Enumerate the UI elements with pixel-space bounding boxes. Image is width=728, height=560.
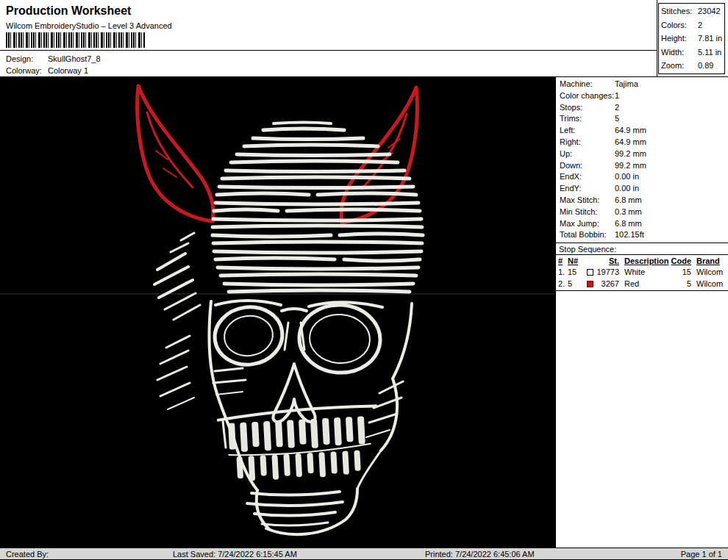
skull-dome-stitches	[213, 123, 423, 292]
machine-info-row: Min Stitch:0.3 mm	[556, 207, 728, 218]
colorway-value: Colorway 1	[48, 66, 88, 75]
left-eye-socket	[211, 303, 286, 369]
design-info: Design:SkullGhost7_8 Colorway:Colorway 1	[0, 50, 657, 76]
info-label: Max Stitch:	[556, 195, 615, 207]
info-value: 0.3 mm	[615, 207, 642, 216]
stat-label: Width:	[661, 46, 698, 60]
stat-value: 23042	[698, 7, 721, 15]
stat-label: Zoom:	[661, 59, 698, 73]
last-saved: Last Saved: 7/24/2022 6:15:45 AM	[173, 549, 297, 559]
row-description: White	[619, 267, 665, 279]
design-value: SkullGhost7_8	[48, 54, 101, 63]
machine-info-row: Down:99.2 mm	[556, 160, 728, 172]
info-label: Stops:	[556, 102, 615, 114]
stat-value: 7.81 in	[698, 34, 722, 43]
production-worksheet-page: Production Worksheet Wilcom EmbroiderySt…	[0, 0, 728, 560]
column-header-code: Code	[665, 255, 691, 267]
machine-info-row: Stops:2	[556, 102, 728, 114]
info-value: 64.9 mm	[615, 126, 646, 134]
design-label: Design:	[6, 53, 48, 65]
machine-info-row: Max Stitch:6.8 mm	[556, 195, 728, 207]
column-header-st: St.	[587, 255, 619, 267]
machine-info-row: Total Bobbin:102.15ft	[556, 229, 728, 241]
info-label: Color changes:	[556, 90, 615, 102]
right-eye-socket	[297, 302, 382, 375]
column-header-num: #	[556, 255, 568, 267]
machine-info-row: Machine:Tajima	[556, 79, 728, 90]
machine-info-row: Color changes:1	[556, 90, 728, 102]
page-title: Production Worksheet	[6, 4, 131, 18]
info-label: EndX:	[556, 171, 615, 183]
stat-row: Width:5.11 in	[661, 46, 724, 60]
machine-info-row: Max Jump:6.8 mm	[556, 218, 728, 230]
app-subtitle: Wilcom EmbroideryStudio – Level 3 Advanc…	[6, 21, 172, 30]
info-value: 6.8 mm	[615, 195, 642, 204]
stitch-count: 19773	[593, 267, 619, 279]
barcode	[6, 32, 146, 48]
stat-value: 2	[698, 21, 702, 29]
machine-info-row: Up:99.2 mm	[556, 148, 728, 160]
machine-info-panel: Machine:Tajima Color changes:1 Stops:2 T…	[555, 77, 728, 548]
stat-value: 0.89	[698, 61, 713, 70]
stitch-count: 3267	[593, 279, 619, 290]
stop-sequence-table: # N# St. Description Code Brand 1. 15 19…	[556, 255, 728, 291]
stop-sequence-header: # N# St. Description Code Brand	[556, 255, 728, 267]
teeth	[218, 405, 379, 482]
info-value: 1	[615, 91, 619, 100]
header-divider	[657, 0, 657, 77]
stat-row: Zoom:0.89	[661, 59, 724, 73]
row-num: 2.	[556, 279, 568, 290]
machine-info-list: Machine:Tajima Color changes:1 Stops:2 T…	[556, 77, 728, 241]
row-num: 1.	[556, 267, 568, 279]
row-code: 5	[665, 279, 691, 290]
info-value: 99.2 mm	[615, 161, 646, 170]
stat-label: Stitches:	[661, 4, 698, 18]
machine-info-row: EndY:0.00 in	[556, 183, 728, 195]
stat-value: 5.11 in	[698, 48, 721, 57]
info-value: 0.00 in	[615, 172, 639, 181]
info-label: Down:	[556, 160, 615, 172]
colorway-row: Colorway:Colorway 1	[6, 65, 657, 76]
row-code: 15	[665, 267, 691, 279]
info-label: Trims:	[556, 113, 615, 125]
row-st: 3267	[587, 279, 619, 290]
row-description: Red	[619, 279, 665, 290]
info-value: 5	[615, 114, 619, 123]
left-horn	[138, 86, 213, 221]
stat-row: Colors:2	[661, 18, 724, 32]
colorway-label: Colorway:	[6, 65, 48, 76]
info-label: Max Jump:	[556, 218, 615, 230]
info-value: 99.2 mm	[615, 149, 646, 158]
stat-row: Stitches:23042	[661, 4, 724, 18]
row-brand: Wilcom	[691, 267, 728, 279]
column-header-n: N#	[568, 255, 587, 267]
info-label: Right:	[556, 137, 615, 148]
page-number: Page 1 of 1	[681, 549, 722, 559]
footer: Created By: Last Saved: 7/24/2022 6:15:4…	[0, 548, 728, 560]
info-label: Machine:	[556, 79, 615, 90]
row-n: 15	[568, 267, 587, 279]
color-swatch	[587, 281, 593, 287]
stop-sequence-row: 1. 15 19773 White 15 Wilcom	[556, 267, 728, 279]
header: Production Worksheet Wilcom EmbroiderySt…	[0, 0, 728, 77]
stat-row: Height:7.81 in	[661, 32, 724, 46]
info-value: 64.9 mm	[615, 137, 646, 146]
stat-label: Colors:	[661, 18, 698, 32]
row-st: 19773	[587, 267, 619, 279]
machine-info-row: Trims:5	[556, 113, 728, 125]
machine-info-row: Right:64.9 mm	[556, 137, 728, 148]
info-label: Left:	[556, 125, 615, 137]
info-label: Up:	[556, 148, 615, 160]
color-swatch	[587, 269, 593, 276]
column-header-description: Description	[619, 255, 665, 267]
info-label: Total Bobbin:	[556, 229, 615, 241]
info-value: 6.8 mm	[615, 219, 642, 228]
design-row: Design:SkullGhost7_8	[6, 53, 657, 65]
printed: Printed: 7/24/2022 6:45:06 AM	[425, 549, 535, 559]
stop-sequence-title: Stop Sequence:	[556, 243, 728, 255]
stats-box: Stitches:23042 Colors:2 Height:7.81 in W…	[658, 3, 725, 74]
info-label: EndY:	[556, 183, 615, 195]
info-value: 0.00 in	[615, 184, 639, 193]
info-label: Min Stitch:	[556, 207, 615, 218]
stop-sequence-row: 2. 5 3267 Red 5 Wilcom	[556, 279, 728, 290]
